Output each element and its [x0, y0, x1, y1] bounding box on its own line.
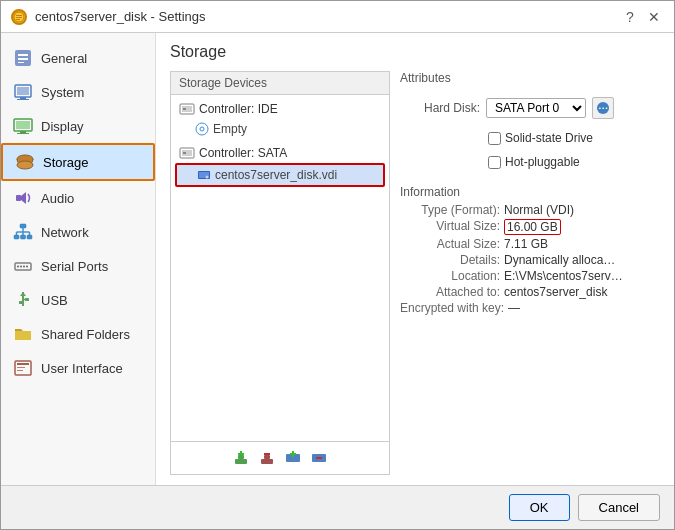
- svg-rect-3: [16, 19, 20, 20]
- hard-disk-label: Hard Disk:: [400, 101, 480, 115]
- svg-rect-13: [16, 121, 30, 129]
- hot-pluggable-checkbox[interactable]: [488, 156, 501, 169]
- cancel-button[interactable]: Cancel: [578, 494, 660, 521]
- sidebar-item-general[interactable]: General: [1, 41, 155, 75]
- tree-item-disk[interactable]: centos7server_disk.vdi: [175, 163, 385, 187]
- info-row-encrypted: Encrypted with key: —: [400, 301, 660, 315]
- sidebar-item-serial-ports[interactable]: Serial Ports: [1, 249, 155, 283]
- sidebar-item-user-interface[interactable]: User Interface: [1, 351, 155, 385]
- sidebar-label-usb: USB: [41, 293, 68, 308]
- add-disk-button[interactable]: [281, 446, 305, 470]
- svg-rect-15: [17, 133, 29, 134]
- sidebar-label-display: Display: [41, 119, 84, 134]
- ok-button[interactable]: OK: [509, 494, 570, 521]
- help-button[interactable]: ?: [620, 7, 640, 27]
- info-row-attached-to: Attached to: centos7server_disk: [400, 285, 660, 299]
- sidebar-item-storage[interactable]: Storage: [1, 143, 155, 181]
- info-row-actual-size: Actual Size: 7.11 GB: [400, 237, 660, 251]
- sidebar-item-usb[interactable]: USB: [1, 283, 155, 317]
- svg-rect-10: [20, 97, 26, 99]
- attributes-label: Attributes: [400, 71, 660, 85]
- svg-point-52: [206, 176, 209, 179]
- info-row-location: Location: E:\VMs\centos7serv…: [400, 269, 660, 283]
- storage-icon: [15, 152, 35, 172]
- solid-state-label: Solid-state Drive: [505, 131, 593, 145]
- svg-rect-19: [20, 224, 26, 228]
- attached-to-label: Attached to:: [400, 285, 500, 299]
- storage-devices-label: Storage Devices: [171, 72, 389, 95]
- svg-rect-54: [238, 455, 244, 459]
- svg-rect-21: [21, 235, 26, 239]
- svg-rect-22: [27, 235, 32, 239]
- window-content: General System: [1, 33, 674, 485]
- information-section: Information Type (Format): Normal (VDI) …: [400, 185, 660, 317]
- solid-state-row: Solid-state Drive: [488, 131, 660, 145]
- controller-ide[interactable]: Controller: IDE: [175, 99, 385, 119]
- sidebar-label-user-interface: User Interface: [41, 361, 123, 376]
- svg-rect-59: [264, 453, 270, 455]
- sidebar-label-audio: Audio: [41, 191, 74, 206]
- location-label: Location:: [400, 269, 500, 283]
- app-icon: [11, 9, 27, 25]
- ui-icon: [13, 358, 33, 378]
- location-value: E:\VMs\centos7serv…: [504, 269, 623, 283]
- details-label: Details:: [400, 253, 500, 267]
- info-row-details: Details: Dynamically alloca…: [400, 253, 660, 267]
- empty-label: Empty: [213, 122, 247, 136]
- controller-sata[interactable]: Controller: SATA: [175, 143, 385, 163]
- svg-rect-7: [18, 62, 24, 63]
- hard-disk-browse-button[interactable]: ⋯: [592, 97, 614, 119]
- svg-rect-14: [20, 131, 26, 133]
- svg-rect-1: [16, 15, 22, 16]
- page-title: Storage: [170, 43, 660, 61]
- sidebar-label-network: Network: [41, 225, 89, 240]
- svg-rect-9: [17, 87, 29, 95]
- serial-icon: [13, 256, 33, 276]
- title-bar: centos7server_disk - Settings ? ✕: [1, 1, 674, 33]
- type-value: Normal (VDI): [504, 203, 574, 217]
- main-content: Storage Storage Devices: [156, 33, 674, 485]
- settings-window: centos7server_disk - Settings ? ✕ Gener: [0, 0, 675, 530]
- actual-size-value: 7.11 GB: [504, 237, 548, 251]
- hard-disk-row: Hard Disk: SATA Port 0 ⋯: [400, 97, 660, 119]
- window-title: centos7server_disk - Settings: [35, 9, 206, 24]
- svg-point-45: [196, 123, 208, 135]
- svg-text:⋯: ⋯: [598, 103, 608, 114]
- encrypted-label: Encrypted with key:: [400, 301, 504, 315]
- tree-item-empty[interactable]: Empty: [175, 119, 385, 139]
- svg-point-46: [200, 127, 204, 131]
- actual-size-label: Actual Size:: [400, 237, 500, 251]
- close-button[interactable]: ✕: [644, 7, 664, 27]
- storage-tree: Controller: IDE Empty: [171, 95, 389, 441]
- encrypted-value: —: [508, 301, 520, 315]
- svg-rect-41: [17, 370, 23, 371]
- hard-disk-select[interactable]: SATA Port 0: [486, 98, 586, 118]
- hot-pluggable-label: Hot-pluggable: [505, 155, 580, 169]
- sidebar-item-shared-folders[interactable]: Shared Folders: [1, 317, 155, 351]
- remove-controller-button[interactable]: [255, 446, 279, 470]
- svg-point-17: [17, 161, 33, 169]
- solid-state-checkbox[interactable]: [488, 132, 501, 145]
- sidebar-item-display[interactable]: Display: [1, 109, 155, 143]
- sidebar-label-general: General: [41, 51, 87, 66]
- svg-rect-49: [183, 152, 186, 154]
- sidebar-item-network[interactable]: Network: [1, 215, 155, 249]
- optical-icon: [195, 122, 209, 136]
- sidebar-item-system[interactable]: System: [1, 75, 155, 109]
- remove-disk-button[interactable]: [307, 446, 331, 470]
- info-row-type: Type (Format): Normal (VDI): [400, 203, 660, 217]
- add-controller-button[interactable]: [229, 446, 253, 470]
- controller-ide-icon: [179, 101, 195, 117]
- svg-rect-39: [17, 363, 29, 365]
- folder-icon: [13, 324, 33, 344]
- svg-rect-64: [316, 457, 322, 459]
- svg-rect-11: [17, 99, 29, 100]
- usb-icon: [13, 290, 33, 310]
- disk-label: centos7server_disk.vdi: [215, 168, 337, 182]
- attached-to-value: centos7server_disk: [504, 285, 607, 299]
- sidebar: General System: [1, 33, 156, 485]
- storage-toolbar: [171, 441, 389, 474]
- sidebar-item-audio[interactable]: Audio: [1, 181, 155, 215]
- svg-rect-62: [290, 453, 296, 455]
- title-controls: ? ✕: [620, 7, 664, 27]
